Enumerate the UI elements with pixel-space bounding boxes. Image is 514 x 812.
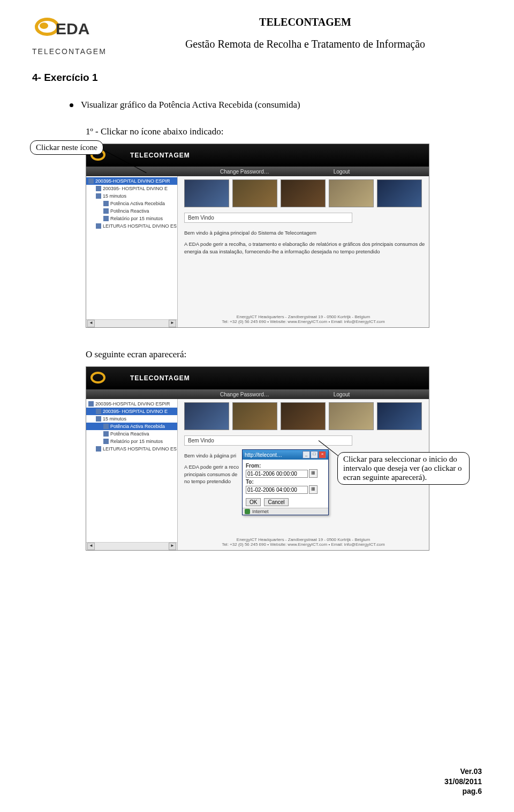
- footer-date: 31/08/2011: [444, 777, 482, 786]
- thumb-image: [281, 179, 326, 207]
- folder-icon: [88, 401, 94, 407]
- tree-label: 200395-HOSPITAL DIVINO ESPIR: [95, 178, 170, 184]
- calendar-icon[interactable]: ▦: [309, 469, 318, 478]
- tree-item[interactable]: 200395- HOSPITAL DIVINO E: [86, 408, 177, 415]
- welcome-title-box: Bem Vindo: [184, 435, 352, 446]
- date-range-dialog: http://telecont… _ □ × From: ▦: [242, 449, 329, 515]
- tree-item[interactable]: Potência Activa Recebida: [86, 423, 177, 430]
- thumb-image: [184, 179, 229, 207]
- tree-label: Potência Activa Recebida: [110, 201, 165, 206]
- menu-logout[interactable]: Logout: [334, 169, 350, 175]
- thumb-image: [232, 179, 277, 207]
- tree-item[interactable]: LEITURAS HOSPITAL DIVINO ES: [86, 445, 177, 453]
- callout-2: Clickar para seleccionar o inicio do int…: [337, 452, 470, 485]
- folder-icon: [96, 409, 101, 414]
- thumb-image: [377, 402, 422, 430]
- maximize-icon[interactable]: □: [311, 451, 318, 458]
- to-input[interactable]: [246, 486, 308, 494]
- menu-change-password[interactable]: Change Password…: [220, 169, 269, 175]
- menu-change-password[interactable]: Change Password…: [220, 392, 269, 397]
- app-topbar: TELECONTAGEM: [86, 144, 429, 167]
- calendar-icon[interactable]: ▦: [309, 485, 318, 494]
- chart-icon: [103, 201, 109, 206]
- scroll-left-icon[interactable]: ◄: [87, 320, 95, 327]
- thumb-image: [184, 402, 229, 430]
- tree-panel: 200395-HOSPITAL DIVINO ESPIR 200395- HOS…: [86, 399, 178, 550]
- eda-logo: EDA: [32, 16, 96, 46]
- dialog-title-text: http://telecont…: [245, 452, 282, 458]
- tree-item[interactable]: LEITURAS HOSPITAL DIVINO ES: [86, 222, 177, 230]
- welcome-title-box: Bem Vindo: [184, 213, 352, 223]
- thumb-image: [329, 402, 374, 430]
- tree-label: 200395-HOSPITAL DIVINO ESPIR: [95, 401, 170, 407]
- cancel-button[interactable]: Cancel: [264, 498, 288, 506]
- tree-label: 200395- HOSPITAL DIVINO E: [103, 409, 168, 414]
- dialog-statusbar: Internet: [243, 508, 328, 515]
- tree-scrollbar[interactable]: ◄ ►: [86, 542, 177, 550]
- svg-point-4: [92, 373, 104, 382]
- tree-label: Relatório por 15 minutos: [110, 216, 163, 221]
- svg-point-1: [40, 22, 48, 29]
- tree-label: Potência Activa Recebida: [110, 424, 165, 429]
- bullet-text: Visualizar gráfico da Potência Activa Re…: [81, 100, 300, 110]
- app-footer-line: Tel: +32 (0) 56 245 690 • Website: www.E…: [178, 542, 429, 547]
- from-input[interactable]: [246, 470, 308, 478]
- tree-label: LEITURAS HOSPITAL DIVINO ES: [103, 223, 177, 229]
- app-brand: TELECONTAGEM: [130, 152, 190, 159]
- tree-item[interactable]: 200395- HOSPITAL DIVINO E: [86, 185, 177, 192]
- tree-item[interactable]: Potência Reactiva: [86, 430, 177, 438]
- app-logo: [90, 370, 112, 386]
- scroll-left-icon[interactable]: ◄: [87, 543, 95, 550]
- header-subtitle: Gestão Remota de Recolha e Tratamento de…: [128, 38, 482, 50]
- thumb-row: [184, 179, 426, 207]
- chart-icon: [103, 431, 109, 437]
- report-icon: [103, 439, 109, 444]
- header-titles: TELECONTAGEM Gestão Remota de Recolha e …: [128, 16, 482, 50]
- scroll-right-icon[interactable]: ►: [169, 543, 176, 550]
- thumb-image: [232, 402, 277, 430]
- tree-label: Potência Reactiva: [110, 431, 149, 437]
- to-label: To:: [246, 479, 325, 485]
- tree-label: 200395- HOSPITAL DIVINO E: [103, 186, 168, 191]
- section-heading: 4- Exercício 1: [32, 72, 482, 84]
- bullet-icon: [70, 103, 73, 107]
- logo-block: EDA TELECONTAGEM: [32, 16, 128, 56]
- tree-item[interactable]: 200395-HOSPITAL DIVINO ESPIR: [86, 177, 177, 185]
- internet-icon: [245, 509, 250, 514]
- scroll-right-icon[interactable]: ►: [169, 320, 176, 327]
- tree-item[interactable]: Relatório por 15 minutos: [86, 215, 177, 222]
- tree-panel: 200395-HOSPITAL DIVINO ESPIR 200395- HOS…: [86, 176, 178, 327]
- tree-label: 15 minutos: [103, 416, 126, 422]
- page-footer: Ver.03 31/08/2011 pag.6: [444, 766, 482, 796]
- close-icon[interactable]: ×: [319, 451, 326, 458]
- ok-button[interactable]: OK: [246, 498, 261, 506]
- tree-item[interactable]: Potência Activa Recebida: [86, 200, 177, 207]
- app-footer: EnergyICT Headquarters - Zandbergstraat …: [178, 537, 429, 547]
- logo-subtitle: TELECONTAGEM: [32, 47, 128, 56]
- menu-logout[interactable]: Logout: [334, 392, 350, 397]
- app-footer-line: EnergyICT Headquarters - Zandbergstraat …: [178, 537, 429, 542]
- document-header: EDA TELECONTAGEM TELECONTAGEM Gestão Rem…: [32, 16, 482, 56]
- folder-icon: [88, 178, 94, 184]
- thumb-image: [329, 179, 374, 207]
- tree-item[interactable]: Relatório por 15 minutos: [86, 438, 177, 445]
- folder-icon: [96, 446, 101, 452]
- minimize-icon[interactable]: _: [303, 451, 310, 458]
- welcome-text-1: Bem vindo à página principal do Sistema …: [184, 229, 426, 236]
- footer-page: pag.6: [444, 786, 482, 796]
- folder-icon: [96, 193, 101, 199]
- chart-icon: [103, 424, 109, 429]
- tree-item[interactable]: 200395-HOSPITAL DIVINO ESPIR: [86, 400, 177, 408]
- tree-scrollbar[interactable]: ◄ ►: [86, 319, 177, 327]
- app-topbar: TELECONTAGEM: [86, 367, 429, 389]
- thumb-image: [377, 179, 422, 207]
- app-footer-line: Tel: +32 (0) 56 245 690 • Website: www.E…: [178, 319, 429, 324]
- tree-label: LEITURAS HOSPITAL DIVINO ES: [103, 446, 177, 452]
- tree-item[interactable]: Potência Reactiva: [86, 207, 177, 215]
- dialog-titlebar: http://telecont… _ □ ×: [243, 450, 328, 460]
- tree-item[interactable]: 15 minutos: [86, 415, 177, 423]
- svg-text:EDA: EDA: [56, 20, 89, 37]
- tree-label: Relatório por 15 minutos: [110, 439, 163, 444]
- screenshot-1-wrap: Clickar neste ícone TELECONTAGEM Change …: [86, 144, 482, 328]
- tree-item[interactable]: 15 minutos: [86, 192, 177, 200]
